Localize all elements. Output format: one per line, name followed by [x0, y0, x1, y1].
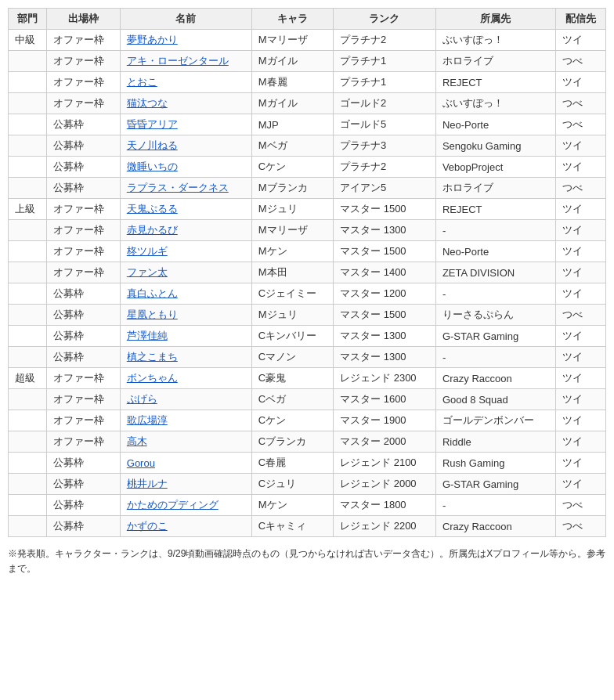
table-row: 上級オファー枠天鬼ぷるるMジュリマスター 1500REJECTツイ [9, 199, 606, 220]
org-cell: Crazy Raccoon [435, 368, 555, 389]
slot-cell: オファー枠 [47, 262, 121, 283]
name-link[interactable]: 芦澤佳純 [127, 330, 168, 341]
slot-cell: 公募枠 [47, 495, 121, 516]
table-row: オファー枠ファン太M本田マスター 1400ZETA DIVISIONツイ [9, 262, 606, 283]
rank-cell: プラチナ2 [334, 30, 436, 51]
column-header: ランク [334, 9, 436, 30]
slot-cell: オファー枠 [47, 30, 121, 51]
dept-cell [9, 220, 47, 241]
table-row: 公募枠微睡いちのCケンプラチナ2VebopProjectツイ [9, 157, 606, 178]
stream-cell: つべ [555, 516, 605, 537]
name-cell[interactable]: 微睡いちの [120, 157, 251, 178]
name-cell[interactable]: 星凰ともり [120, 305, 251, 326]
column-header: 名前 [120, 9, 251, 30]
name-link[interactable]: 夢野あかり [127, 34, 178, 45]
name-link[interactable]: ボンちゃん [127, 372, 178, 384]
rank-cell: プラチナ1 [334, 51, 436, 72]
name-link[interactable]: ラプラス・ダークネス [127, 182, 229, 193]
name-cell[interactable]: ボンちゃん [120, 368, 251, 389]
name-cell[interactable]: 赤見かるび [120, 220, 251, 241]
rank-cell: レジェンド 2200 [334, 516, 436, 537]
name-link[interactable]: ファン太 [127, 266, 168, 278]
org-cell: Neo-Porte [435, 241, 555, 262]
name-cell[interactable]: 歌広場淳 [120, 410, 251, 431]
name-cell[interactable]: 昏昏アリア [120, 114, 251, 135]
name-cell[interactable]: 天鬼ぷるる [120, 199, 251, 220]
name-link[interactable]: かずのこ [127, 520, 168, 532]
org-cell: - [435, 347, 555, 368]
name-cell[interactable]: 真白ふとん [120, 283, 251, 305]
name-link[interactable]: 天鬼ぷるる [127, 203, 178, 215]
table-row: オファー枠歌広場淳Cケンマスター 1900ゴールデンボンバーツイ [9, 410, 606, 431]
dept-cell [9, 178, 47, 199]
rank-cell: アイアン5 [334, 178, 436, 199]
org-cell: REJECT [435, 72, 555, 93]
dept-cell: 中級 [9, 30, 47, 51]
name-cell[interactable]: アキ・ローゼンタール [120, 51, 251, 72]
stream-cell: ツイ [555, 241, 605, 262]
chara-cell: Mマリーザ [251, 220, 333, 241]
name-link[interactable]: 微睡いちの [127, 161, 178, 172]
name-link[interactable]: 天ノ川ねる [127, 139, 178, 151]
name-cell[interactable]: 槙之こまち [120, 347, 251, 368]
name-link[interactable]: 高木 [127, 435, 147, 447]
name-cell[interactable]: ファン太 [120, 262, 251, 283]
name-cell[interactable]: 天ノ川ねる [120, 135, 251, 157]
column-header: 所属先 [435, 9, 555, 30]
slot-cell: オファー枠 [47, 51, 121, 72]
name-link[interactable]: アキ・ローゼンタール [127, 55, 229, 67]
name-link[interactable]: かためのプディング [127, 499, 219, 511]
table-row: 公募枠GorouC春麗レジェンド 2100Rush Gamingツイ [9, 453, 606, 474]
name-cell[interactable]: とおこ [120, 72, 251, 93]
chara-cell: Mガイル [251, 93, 333, 114]
slot-cell: オファー枠 [47, 431, 121, 453]
rank-cell: マスター 1200 [334, 283, 436, 305]
table-row: 公募枠真白ふとんCジェイミーマスター 1200-ツイ [9, 283, 606, 305]
name-cell[interactable]: かずのこ [120, 516, 251, 537]
org-cell: G-STAR Gaming [435, 474, 555, 495]
org-cell: Riddle [435, 431, 555, 453]
stream-cell: ツイ [555, 389, 605, 410]
name-link[interactable]: 赤見かるび [127, 224, 178, 236]
dept-cell [9, 241, 47, 262]
name-link[interactable]: 猫汰つな [127, 97, 168, 109]
name-link[interactable]: 歌広場淳 [127, 414, 168, 426]
name-cell[interactable]: かためのプディング [120, 495, 251, 516]
rank-cell: マスター 1300 [334, 220, 436, 241]
chara-cell: Cブランカ [251, 431, 333, 453]
name-cell[interactable]: Gorou [120, 453, 251, 474]
table-row: 超級オファー枠ボンちゃんC豪鬼レジェンド 2300Crazy Raccoonツイ [9, 368, 606, 389]
name-link[interactable]: 星凰ともり [127, 309, 178, 320]
name-link[interactable]: ぷげら [127, 393, 157, 405]
dept-cell [9, 474, 47, 495]
org-cell: Sengoku Gaming [435, 135, 555, 157]
table-row: 中級オファー枠夢野あかりMマリーザプラチナ2ぶいすぽっ！ツイ [9, 30, 606, 51]
name-cell[interactable]: 猫汰つな [120, 93, 251, 114]
name-cell[interactable]: 芦澤佳純 [120, 326, 251, 347]
slot-cell: オファー枠 [47, 368, 121, 389]
name-cell[interactable]: 桃井ルナ [120, 474, 251, 495]
name-link[interactable]: 槙之こまち [127, 351, 178, 363]
stream-cell: ツイ [555, 157, 605, 178]
chara-cell: MJP [251, 114, 333, 135]
rank-cell: マスター 1600 [334, 389, 436, 410]
stream-cell: ツイ [555, 262, 605, 283]
name-link[interactable]: Gorou [127, 457, 155, 469]
table-row: 公募枠昏昏アリアMJPゴールド5Neo-Porteつべ [9, 114, 606, 135]
dept-cell: 超級 [9, 368, 47, 389]
rank-cell: マスター 2000 [334, 431, 436, 453]
participants-table: 部門出場枠名前キャラランク所属先配信先 中級オファー枠夢野あかりMマリーザプラチ… [8, 8, 606, 537]
name-cell[interactable]: 高木 [120, 431, 251, 453]
name-link[interactable]: とおこ [127, 76, 157, 88]
name-cell[interactable]: 柊ツルギ [120, 241, 251, 262]
name-link[interactable]: 柊ツルギ [127, 245, 168, 257]
name-link[interactable]: 桃井ルナ [127, 478, 168, 489]
name-cell[interactable]: ラプラス・ダークネス [120, 178, 251, 199]
rank-cell: マスター 1500 [334, 305, 436, 326]
footnote: ※発表順。キャラクター・ランクは、9/29頃動画確認時点のもの（見つからなければ… [8, 547, 606, 576]
name-link[interactable]: 真白ふとん [127, 287, 178, 299]
name-cell[interactable]: ぷげら [120, 389, 251, 410]
chara-cell: Cケン [251, 157, 333, 178]
name-cell[interactable]: 夢野あかり [120, 30, 251, 51]
name-link[interactable]: 昏昏アリア [127, 118, 178, 130]
